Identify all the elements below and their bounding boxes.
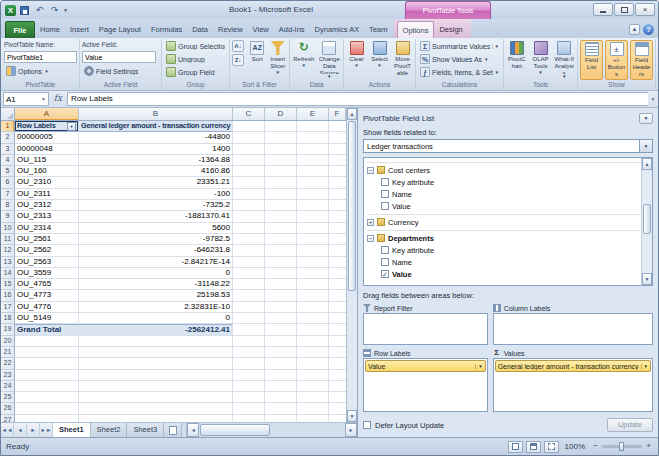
cell-e19[interactable] (297, 324, 329, 335)
cell-b21[interactable] (79, 347, 233, 358)
cell-c6[interactable] (233, 177, 265, 188)
cell-b16[interactable]: 25198.53 (79, 290, 233, 301)
cell-e3[interactable] (297, 144, 329, 155)
row-header-18[interactable]: 18 (1, 313, 15, 324)
cell-a23[interactable] (15, 370, 79, 381)
cell-a7[interactable]: OU_2311 (15, 189, 79, 200)
sort-descending-button[interactable]: Z↓ (232, 54, 244, 66)
cell-e11[interactable] (297, 234, 329, 245)
select-button[interactable]: Select▼ (369, 40, 390, 80)
summarize-values-by-button[interactable]: ΣSummarize Values By▼ (418, 40, 501, 52)
excel-logo-icon[interactable]: X (5, 5, 16, 16)
cell-d19[interactable] (265, 324, 297, 335)
cell-c20[interactable] (233, 336, 265, 347)
cell-f13[interactable] (329, 257, 346, 268)
cell-c7[interactable] (233, 189, 265, 200)
scroll-down-icon[interactable]: ▼ (642, 273, 652, 285)
column-header-a[interactable]: A (15, 108, 79, 120)
row-header-23[interactable]: 23 (1, 370, 15, 381)
refresh-button[interactable]: ↻ Refresh ▼ (292, 40, 316, 80)
scroll-right-icon[interactable]: ► (345, 423, 357, 437)
cell-c13[interactable] (233, 257, 265, 268)
row-header-11[interactable]: 11 (1, 234, 15, 245)
field-tree-scrollbar[interactable]: ▲ ▼ (641, 158, 652, 285)
column-header-f[interactable]: F (329, 108, 346, 120)
checkbox-unchecked[interactable] (381, 178, 389, 186)
cell-e13[interactable] (297, 257, 329, 268)
row-header-7[interactable]: 7 (1, 189, 15, 200)
tree-scroll-track[interactable] (642, 235, 652, 273)
cell-d10[interactable] (265, 223, 297, 234)
cell-c23[interactable] (233, 370, 265, 381)
pivottable-name-input[interactable]: PivotTable1 (4, 51, 77, 63)
column-header-c[interactable]: C (233, 108, 265, 120)
fields-items-sets-button[interactable]: ƒFields, Items, & Sets▼ (418, 66, 501, 78)
cell-f11[interactable] (329, 234, 346, 245)
cell-a19[interactable]: Grand Total (15, 324, 79, 335)
cell-c15[interactable] (233, 279, 265, 290)
cell-b2[interactable]: -44800 (79, 132, 233, 143)
first-sheet-button[interactable]: ◄◄ (1, 423, 14, 437)
tab-view[interactable]: View (248, 21, 274, 38)
row-header-27[interactable]: 27 (1, 415, 15, 422)
cell-d18[interactable] (265, 313, 297, 324)
cell-c27[interactable] (233, 415, 265, 422)
cell-b9[interactable]: -1881370.41 (79, 211, 233, 222)
tree-dimension-currency[interactable]: +Currency (367, 214, 641, 228)
cell-b13[interactable]: -2.84217E-14 (79, 257, 233, 268)
cell-c1[interactable] (233, 121, 265, 132)
field-headers-button[interactable]: Field Headers (630, 40, 653, 80)
area-box-report-filter[interactable] (363, 313, 488, 345)
cell-d14[interactable] (265, 268, 297, 279)
cell-d24[interactable] (265, 381, 297, 392)
cell-a11[interactable]: OU_2561 (15, 234, 79, 245)
cell-c3[interactable] (233, 144, 265, 155)
sheet-tab-sheet1[interactable]: Sheet1 (53, 423, 91, 437)
cell-d17[interactable] (265, 302, 297, 313)
row-header-19[interactable]: 19 (1, 324, 15, 335)
cell-b8[interactable]: -7325.2 (79, 200, 233, 211)
tree-field-key-attribute[interactable]: Key attribute (367, 176, 641, 188)
tab-review[interactable]: Review (213, 21, 248, 38)
cell-e15[interactable] (297, 279, 329, 290)
group-selection-button[interactable]: Group Selection (164, 40, 227, 52)
chevron-down-icon[interactable]: ▼ (639, 140, 652, 152)
cell-f10[interactable] (329, 223, 346, 234)
tab-file[interactable]: File (5, 21, 35, 38)
cell-f15[interactable] (329, 279, 346, 290)
checkbox-unchecked[interactable] (381, 246, 389, 254)
maximize-button[interactable] (614, 3, 634, 16)
horizontal-scroll-track[interactable] (271, 423, 345, 437)
scroll-up-icon[interactable]: ▲ (347, 108, 357, 120)
ungroup-button[interactable]: Ungroup (164, 53, 227, 65)
tab-team[interactable]: Team (364, 21, 392, 38)
cell-b4[interactable]: -1364.88 (79, 155, 233, 166)
tree-field-name[interactable]: Name (367, 188, 641, 200)
insert-worksheet-button[interactable] (164, 423, 182, 437)
insert-function-button[interactable]: fx (49, 92, 67, 106)
cell-b24[interactable] (79, 381, 233, 392)
row-header-21[interactable]: 21 (1, 347, 15, 358)
checkbox-unchecked[interactable] (381, 202, 389, 210)
cell-f1[interactable] (329, 121, 346, 132)
horizontal-scroll-thumb[interactable] (200, 424, 270, 436)
redo-button[interactable]: ↷ (48, 4, 61, 16)
cell-c2[interactable] (233, 132, 265, 143)
move-pivottable-button[interactable]: Move PivotTable (392, 40, 413, 80)
cell-f16[interactable] (329, 290, 346, 301)
select-all-corner[interactable] (1, 108, 15, 120)
cell-e14[interactable] (297, 268, 329, 279)
cell-e24[interactable] (297, 381, 329, 392)
cell-d23[interactable] (265, 370, 297, 381)
cell-c8[interactable] (233, 200, 265, 211)
horizontal-scrollbar[interactable]: ◄ ► (186, 423, 357, 437)
zoom-level[interactable]: 100% (565, 442, 585, 451)
cell-b20[interactable] (79, 336, 233, 347)
area-box-row-labels[interactable]: Value▼ (363, 358, 488, 412)
cell-a10[interactable]: OU_2314 (15, 223, 79, 234)
checkbox-checked[interactable]: ✓ (381, 270, 389, 278)
page-layout-view-button[interactable] (526, 441, 541, 453)
cell-b1[interactable]: General ledger amount - transaction curr… (79, 121, 233, 132)
cell-d5[interactable] (265, 166, 297, 177)
cell-e6[interactable] (297, 177, 329, 188)
